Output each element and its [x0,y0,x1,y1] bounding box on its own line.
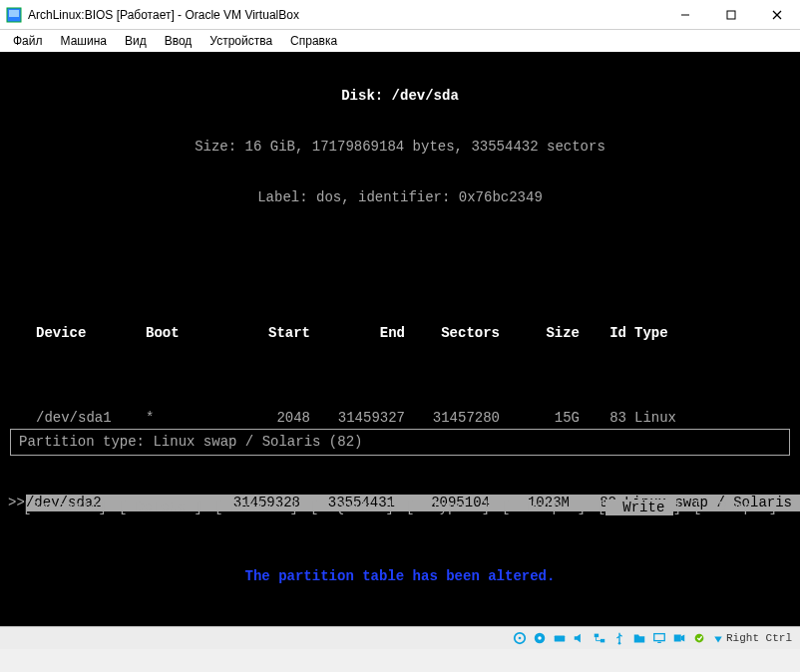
col-id: Id [580,325,634,342]
btn-quit[interactable]: [ Quit ] [310,500,394,516]
svg-rect-14 [654,634,665,641]
app-icon [6,7,22,23]
window-title: ArchLinux:BIOS [Работает] - Oracle VM Vi… [28,8,662,22]
audio-icon[interactable] [571,629,589,647]
menu-file[interactable]: Файл [4,32,52,50]
btn-dump[interactable]: [ Dump ] [693,500,777,516]
menu-view[interactable]: Вид [116,32,156,50]
usb-icon[interactable] [610,629,628,647]
cfdisk-buttons: [Bootable] [ Delete ] [ Resize ] [ Quit … [8,500,792,516]
svg-rect-1 [9,10,19,17]
svg-rect-3 [727,11,735,19]
btn-resize[interactable]: [ Resize ] [214,500,298,516]
network-icon[interactable] [591,629,608,647]
col-start: Start [215,325,310,342]
menu-input[interactable]: Ввод [156,32,201,50]
disk-icon[interactable] [551,629,569,647]
menu-help[interactable]: Справка [281,32,346,50]
vm-statusbar: Right Ctrl [0,626,800,649]
col-sectors: Sectors [405,325,500,342]
menu-bar: Файл Машина Вид Ввод Устройства Справка [0,30,800,52]
capture-icon[interactable] [690,629,708,647]
svg-rect-16 [674,635,681,642]
svg-point-7 [519,637,522,640]
svg-point-13 [618,642,621,645]
menu-machine[interactable]: Машина [52,32,116,50]
minimize-button[interactable] [662,0,708,30]
hdd-icon[interactable] [511,629,529,647]
shared-folder-icon[interactable] [630,629,648,647]
disk-header: Disk: /dev/sda [8,88,792,105]
col-end: End [310,325,405,342]
window-titlebar: ArchLinux:BIOS [Работает] - Oracle VM Vi… [0,0,800,30]
svg-point-9 [538,636,542,640]
col-type: Type [634,325,792,342]
btn-help[interactable]: [ Help ] [502,500,586,516]
svg-rect-11 [595,634,599,638]
col-boot: Boot [146,325,215,342]
col-device: Device [36,325,146,342]
svg-rect-10 [555,635,566,641]
partition-info-box: Partition type: Linux swap / Solaris (82… [10,429,790,456]
partition-header-row: Device Boot Start End Sectors Size Id Ty… [8,325,792,342]
optical-icon[interactable] [531,629,549,647]
menu-devices[interactable]: Устройства [200,32,281,50]
svg-point-17 [695,634,704,643]
btn-bootable[interactable]: [Bootable] [23,500,107,516]
btn-delete[interactable]: [ Delete ] [119,500,202,516]
vm-console[interactable]: Disk: /dev/sda Size: 16 GiB, 17179869184… [0,52,800,649]
disk-size-line: Size: 16 GiB, 17179869184 bytes, 3355443… [8,139,792,156]
recording-icon[interactable] [670,629,688,647]
status-message: The partition table has been altered. [8,568,792,585]
btn-type[interactable]: [ Type ] [406,500,490,516]
hostkey-indicator[interactable]: Right Ctrl [710,630,796,647]
close-button[interactable] [754,0,800,30]
disk-label-line: Label: dos, identifier: 0x76bc2349 [8,189,792,206]
maximize-button[interactable] [708,0,754,30]
display-icon[interactable] [650,629,668,647]
btn-write[interactable]: [ Write ] [598,500,681,516]
col-size: Size [500,325,580,342]
